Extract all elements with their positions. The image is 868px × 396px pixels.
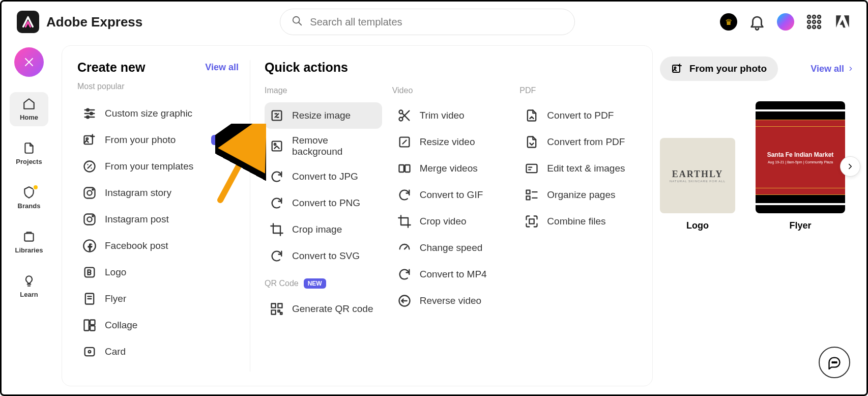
- create-item-card[interactable]: Card: [77, 338, 239, 365]
- remove-bg-icon: [270, 139, 284, 153]
- svg-line-54: [404, 247, 407, 249]
- create-item-logo[interactable]: Logo: [77, 259, 239, 286]
- qa-organize-pages[interactable]: Organize pages: [519, 182, 637, 208]
- create-item-from-templates[interactable]: From your templates: [77, 153, 239, 180]
- rail-view-all-link[interactable]: View all: [811, 64, 854, 74]
- qa-resize-video[interactable]: Resize video: [392, 129, 510, 155]
- svg-line-1: [299, 22, 302, 25]
- qa-convert-svg[interactable]: Convert to SVG: [265, 243, 382, 269]
- create-item-from-photo[interactable]: From your photo NEW: [77, 127, 239, 153]
- combine-icon: [525, 214, 539, 229]
- create-view-all-link[interactable]: View all: [205, 62, 239, 73]
- sidebar-item-projects[interactable]: Projects: [10, 136, 48, 171]
- brand-block[interactable]: Adobe Express: [17, 11, 142, 33]
- qa-resize-image[interactable]: Resize image: [265, 102, 382, 129]
- qa-edit-text-images[interactable]: Edit text & images: [519, 155, 637, 182]
- template-card-flyer[interactable]: Santa Fe Indian Market Aug 19-21 | 8am-5…: [756, 101, 845, 231]
- carousel-next-button[interactable]: [840, 156, 860, 177]
- svg-rect-37: [85, 348, 95, 356]
- file-icon: [22, 142, 36, 155]
- sliders-icon: [82, 106, 97, 121]
- convert-icon: [270, 196, 284, 210]
- sidebar-item-libraries[interactable]: Libraries: [10, 225, 48, 259]
- svg-point-7: [818, 20, 821, 23]
- sidebar-item-brands[interactable]: Brands: [10, 181, 48, 215]
- premium-crown-icon[interactable]: ♛: [720, 13, 737, 31]
- chat-fab[interactable]: [819, 347, 850, 378]
- qa-group-image-label: Image: [265, 86, 382, 95]
- image-plus-icon: [82, 133, 97, 147]
- bell-icon[interactable]: [748, 13, 766, 31]
- qr-icon: [270, 302, 284, 316]
- resize-icon: [397, 135, 412, 149]
- svg-point-9: [813, 25, 816, 29]
- qa-change-speed[interactable]: Change speed: [392, 235, 510, 261]
- qa-group-pdf-label: PDF: [519, 86, 637, 95]
- organize-icon: [525, 188, 539, 202]
- speed-icon: [397, 241, 412, 255]
- svg-point-24: [87, 190, 92, 195]
- svg-point-63: [675, 67, 676, 69]
- adobe-express-logo-icon: [17, 11, 39, 33]
- qa-convert-from-pdf[interactable]: Convert from PDF: [519, 129, 637, 155]
- sidebar-item-home[interactable]: Home: [10, 92, 48, 126]
- qa-generate-qr[interactable]: Generate QR code: [265, 296, 382, 322]
- svg-point-6: [813, 20, 816, 23]
- template-card-logo[interactable]: EARTHLY NATURAL SKINCARE FOR ALL Logo: [660, 138, 735, 231]
- create-new-title: Create new: [77, 60, 145, 75]
- qa-reverse-video[interactable]: Reverse video: [392, 288, 510, 314]
- merge-icon: [397, 161, 412, 176]
- sidebar-item-label: Home: [20, 114, 38, 121]
- qa-convert-to-pdf[interactable]: Convert to PDF: [519, 102, 637, 129]
- qa-convert-gif[interactable]: Convert to GIF: [392, 182, 510, 208]
- create-item-flyer[interactable]: Flyer: [77, 286, 239, 312]
- svg-point-4: [818, 15, 821, 18]
- facebook-icon: [82, 239, 97, 253]
- svg-point-38: [89, 351, 91, 353]
- qa-convert-jpg[interactable]: Convert to JPG: [265, 163, 382, 190]
- pdf-icon: [525, 108, 539, 123]
- adobe-icon[interactable]: [834, 13, 851, 31]
- collage-icon: [82, 318, 97, 332]
- from-your-photo-pill[interactable]: From your photo: [660, 56, 778, 81]
- avatar[interactable]: [777, 13, 794, 31]
- svg-rect-42: [272, 304, 276, 308]
- qa-combine-files[interactable]: Combine files: [519, 208, 637, 235]
- convert-icon: [270, 249, 284, 263]
- svg-point-65: [832, 362, 833, 363]
- libraries-icon: [22, 230, 36, 243]
- qa-merge-videos[interactable]: Merge videos: [392, 155, 510, 182]
- search-input[interactable]: [310, 16, 563, 28]
- svg-point-8: [807, 25, 811, 29]
- svg-point-3: [813, 15, 816, 18]
- svg-point-21: [86, 138, 89, 140]
- sidebar-item-label: Brands: [18, 202, 41, 210]
- create-item-instagram-post[interactable]: Instagram post: [77, 206, 239, 233]
- qa-group-qr-label: QR Code: [265, 279, 299, 288]
- new-badge: NEW: [211, 135, 234, 145]
- qa-crop-image[interactable]: Crop image: [265, 216, 382, 243]
- create-fab[interactable]: [14, 47, 44, 77]
- svg-rect-53: [405, 165, 410, 172]
- most-popular-label: Most popular: [77, 82, 239, 91]
- lightbulb-icon: [22, 274, 36, 288]
- search-icon: [292, 15, 303, 29]
- app-grid-icon[interactable]: [805, 13, 823, 31]
- svg-rect-34: [84, 320, 89, 331]
- create-item-instagram-story[interactable]: Instagram story: [77, 180, 239, 206]
- svg-point-27: [87, 217, 92, 221]
- create-item-custom-size[interactable]: Custom size graphic: [77, 100, 239, 127]
- create-item-collage[interactable]: Collage: [77, 312, 239, 338]
- qa-convert-mp4[interactable]: Convert to MP4: [392, 261, 510, 288]
- home-icon: [22, 97, 36, 110]
- search-field[interactable]: [280, 9, 575, 35]
- svg-rect-56: [527, 164, 537, 173]
- create-item-facebook-post[interactable]: Facebook post: [77, 233, 239, 259]
- qa-trim-video[interactable]: Trim video: [392, 102, 510, 129]
- qa-convert-png[interactable]: Convert to PNG: [265, 190, 382, 216]
- logo-icon: [82, 265, 97, 279]
- qa-remove-background[interactable]: Remove background: [265, 129, 382, 163]
- qa-crop-video[interactable]: Crop video: [392, 208, 510, 235]
- sidebar-item-learn[interactable]: Learn: [10, 269, 48, 303]
- brand-icon: [22, 186, 36, 199]
